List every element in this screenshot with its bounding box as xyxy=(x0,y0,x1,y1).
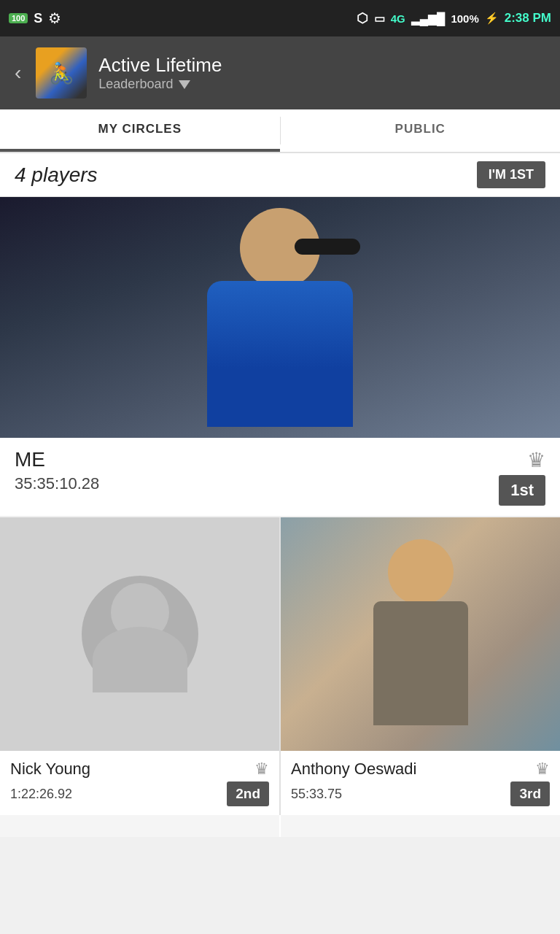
first-place-rank-badge: 1st xyxy=(499,475,545,506)
app-subtitle: Leaderboard xyxy=(98,77,548,92)
players-count: 4 players xyxy=(15,163,98,187)
bottom-right-partial xyxy=(281,815,560,837)
second-place-name-row: Nick Young ♛ xyxy=(10,760,269,779)
second-place-time-row: 1:22:26.92 2nd xyxy=(10,781,269,806)
status-right: ⬡ ▭ 4G ▂▄▆█ 100% ⚡ 2:38 PM xyxy=(357,10,551,26)
secondary-row: Nick Young ♛ 1:22:26.92 2nd Anthony Oesw… xyxy=(0,517,560,815)
first-place-info: ME 35:35:10.28 ♛ 1st xyxy=(0,438,560,516)
person-head xyxy=(240,208,320,288)
third-place-photo-real xyxy=(281,517,560,751)
bottom-partial xyxy=(0,815,560,837)
third-place-time-row: 55:33.75 3rd xyxy=(291,781,550,806)
time-display: 2:38 PM xyxy=(505,11,551,26)
second-place-name: Nick Young xyxy=(10,760,90,779)
back-button[interactable]: ‹ xyxy=(12,58,24,88)
second-place-photo xyxy=(0,517,279,751)
third-place-rank-badge: 3rd xyxy=(510,781,550,806)
first-place-card[interactable]: ME 35:35:10.28 ♛ 1st xyxy=(0,197,560,516)
second-place-time: 1:22:26.92 xyxy=(10,787,72,802)
players-header: 4 players I'M 1ST xyxy=(0,153,560,197)
third-place-time: 55:33.75 xyxy=(291,787,342,802)
sunglasses xyxy=(295,239,360,255)
person-body xyxy=(207,281,353,427)
battery-badge: 100 xyxy=(9,13,28,23)
crown-icon-second: ♛ xyxy=(254,760,269,779)
app-header: ‹ 🚴 Active Lifetime Leaderboard xyxy=(0,36,560,109)
tab-my-circles[interactable]: MY CIRCLES xyxy=(0,109,280,152)
crown-icon-first: ♛ xyxy=(527,448,545,472)
network-icon: 4G xyxy=(391,12,405,25)
tab-public[interactable]: PUBLIC xyxy=(281,109,561,152)
second-place-rank-badge: 2nd xyxy=(227,781,269,806)
third-place-name-row: Anthony Oeswadi ♛ xyxy=(291,760,550,779)
status-left: 100 S ⚙ xyxy=(9,9,61,27)
im-first-badge: I'M 1ST xyxy=(477,161,545,188)
app-avatar: 🚴 xyxy=(36,47,87,99)
first-place-photo-bg xyxy=(0,197,560,438)
avatar-placeholder xyxy=(82,576,198,692)
first-place-silhouette xyxy=(192,208,368,427)
first-place-name-area: ME 35:35:10.28 xyxy=(15,448,99,493)
person2-body xyxy=(373,601,468,725)
avatar-body xyxy=(93,627,187,692)
dropdown-arrow-icon[interactable] xyxy=(179,80,190,89)
first-place-time: 35:35:10.28 xyxy=(15,474,99,493)
header-text-area: Active Lifetime Leaderboard xyxy=(98,54,548,92)
second-place-card[interactable]: Nick Young ♛ 1:22:26.92 2nd xyxy=(0,517,279,815)
charging-icon: ⚡ xyxy=(485,12,499,25)
phone-icon: ▭ xyxy=(374,12,385,26)
usb-icon: ⚙ xyxy=(48,9,61,27)
third-place-silhouette xyxy=(370,532,472,736)
crown-icon-third: ♛ xyxy=(535,760,550,779)
s-icon: S xyxy=(34,11,42,26)
third-place-info: Anthony Oeswadi ♛ 55:33.75 3rd xyxy=(281,751,560,815)
bluetooth-icon: ⬡ xyxy=(357,10,368,26)
app-avatar-image: 🚴 xyxy=(36,47,87,99)
app-title: Active Lifetime xyxy=(98,54,548,77)
second-place-info: Nick Young ♛ 1:22:26.92 2nd xyxy=(0,751,279,815)
first-place-photo xyxy=(0,197,560,438)
third-place-photo xyxy=(281,517,560,751)
first-place-name: ME xyxy=(15,448,99,471)
first-place-rank-area: ♛ 1st xyxy=(499,448,545,506)
status-bar: 100 S ⚙ ⬡ ▭ 4G ▂▄▆█ 100% ⚡ 2:38 PM xyxy=(0,0,560,36)
person2-head xyxy=(388,539,454,605)
second-place-placeholder xyxy=(0,517,279,751)
signal-bars: ▂▄▆█ xyxy=(411,12,446,26)
subtitle-text: Leaderboard xyxy=(98,77,173,92)
battery-text: 100% xyxy=(451,12,478,25)
third-place-card[interactable]: Anthony Oeswadi ♛ 55:33.75 3rd xyxy=(281,517,560,815)
third-place-name: Anthony Oeswadi xyxy=(291,760,416,779)
bottom-left-partial xyxy=(0,815,279,837)
tab-bar: MY CIRCLES PUBLIC xyxy=(0,109,560,153)
